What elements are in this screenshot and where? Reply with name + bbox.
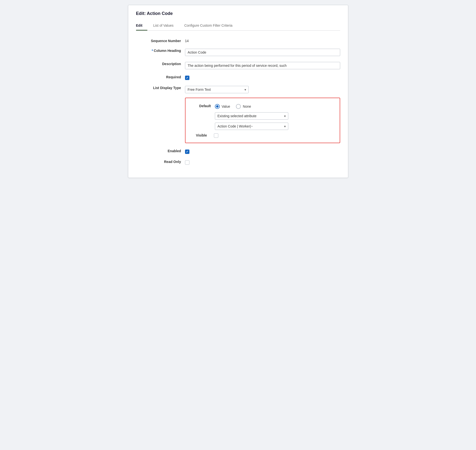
default-row: Default Value None [191, 103, 334, 109]
enabled-checkbox[interactable] [185, 150, 189, 154]
action-code-worker-select[interactable]: Action Code | Worker|~ [215, 123, 288, 130]
description-input[interactable] [185, 62, 340, 69]
read-only-row: Read Only [136, 158, 340, 165]
page-title: Edit: Action Code [136, 11, 340, 16]
enabled-checkbox-container [185, 148, 340, 154]
sequence-number-label: Sequence Number [136, 37, 185, 43]
required-star: * [152, 49, 153, 53]
column-heading-row: *Column Heading [136, 47, 340, 56]
edit-action-code-card: Edit: Action Code Edit List of Values Co… [128, 5, 348, 178]
required-checkbox[interactable] [185, 76, 189, 80]
list-display-type-label: List Display Type [136, 84, 185, 90]
column-heading-input[interactable] [185, 49, 340, 56]
action-code-worker-row: Action Code | Worker|~ [215, 123, 334, 130]
default-none-label: None [243, 104, 251, 108]
read-only-checkbox-container [185, 158, 340, 165]
required-row: Required [136, 74, 340, 80]
default-label: Default [191, 104, 211, 108]
default-value-label: Value [222, 104, 230, 108]
visible-row: Visible [191, 133, 334, 138]
enabled-row: Enabled [136, 148, 340, 154]
default-none-option[interactable]: None [236, 104, 251, 109]
list-display-type-container: Free Form Text Dropdown Radio Button [185, 84, 340, 93]
action-code-worker-select-wrapper: Action Code | Worker|~ [215, 123, 288, 130]
list-display-type-select[interactable]: Free Form Text Dropdown Radio Button [185, 86, 249, 93]
sequence-number-value: 14 [185, 37, 340, 43]
description-value-container [185, 60, 340, 69]
description-label: Description [136, 60, 185, 66]
default-section-box: Default Value None Existing selected att… [185, 98, 340, 143]
visible-label: Visible [191, 133, 211, 137]
existing-selected-attribute-select-wrapper: Existing selected attribute [215, 112, 288, 120]
column-heading-label: *Column Heading [136, 47, 185, 53]
tab-edit[interactable]: Edit [136, 21, 147, 31]
default-value-radio[interactable] [215, 104, 220, 109]
existing-selected-attribute-select[interactable]: Existing selected attribute [215, 112, 288, 120]
enabled-label: Enabled [136, 148, 185, 153]
list-display-type-row: List Display Type Free Form Text Dropdow… [136, 84, 340, 93]
tabs-bar: Edit List of Values Configure Custom Fil… [136, 21, 340, 31]
tab-list-of-values[interactable]: List of Values [153, 21, 178, 31]
read-only-label: Read Only [136, 158, 185, 164]
list-display-type-select-wrapper: Free Form Text Dropdown Radio Button [185, 86, 249, 93]
tab-configure[interactable]: Configure Custom Filter Criteria [184, 21, 237, 31]
default-radio-group: Value None [215, 103, 251, 109]
read-only-checkbox[interactable] [185, 160, 189, 165]
existing-selected-attribute-row: Existing selected attribute [215, 112, 334, 120]
required-checkbox-container [185, 74, 340, 80]
description-row: Description [136, 60, 340, 69]
column-heading-value-container [185, 47, 340, 56]
required-label: Required [136, 74, 185, 79]
default-value-option[interactable]: Value [215, 104, 230, 109]
default-none-radio[interactable] [236, 104, 241, 109]
sequence-number-row: Sequence Number 14 [136, 37, 340, 43]
visible-checkbox[interactable] [214, 133, 218, 138]
